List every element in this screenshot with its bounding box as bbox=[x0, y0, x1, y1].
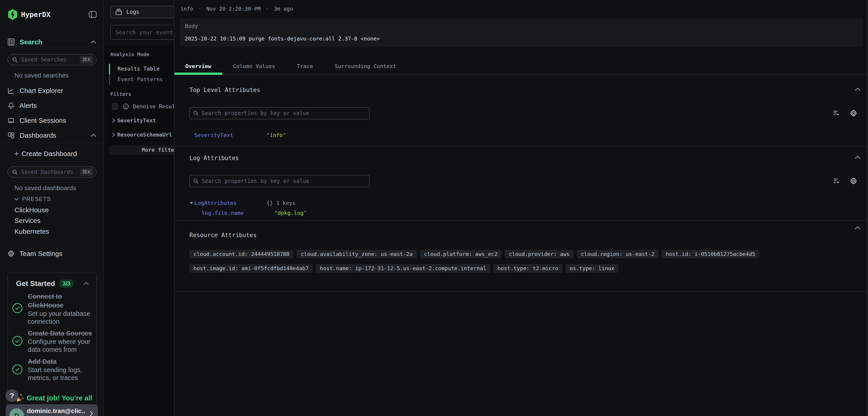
source-select-label: Logs bbox=[126, 9, 140, 15]
section-title: Resource Attributes bbox=[189, 232, 256, 239]
chevron-down-icon bbox=[14, 198, 19, 201]
section-title: Log Attributes bbox=[189, 155, 239, 161]
presets-toggle[interactable]: PRESETS bbox=[14, 196, 51, 202]
resource-attribute-chip[interactable]: host.image.id: ami-0f5fcdfbd140e4ab7 bbox=[189, 264, 313, 273]
preset-item-clickhouse[interactable]: ClickHouse bbox=[14, 206, 49, 214]
logo-row: HyperDX bbox=[7, 9, 96, 20]
tab-overview[interactable]: Overview bbox=[175, 61, 222, 75]
attribute-value: "info" bbox=[267, 132, 286, 138]
search-icon bbox=[193, 178, 199, 184]
filters-label: Filters bbox=[110, 91, 131, 97]
resource-attribute-chip[interactable]: cloud.provider: aws bbox=[505, 250, 574, 259]
sidebar-item-alerts[interactable]: Alerts bbox=[7, 99, 96, 112]
dashboards-chevron-up-icon[interactable] bbox=[90, 133, 96, 137]
tab-surrounding-context[interactable]: Surrounding Context bbox=[324, 61, 407, 75]
divider bbox=[0, 47, 104, 47]
search-section-icon bbox=[7, 38, 15, 46]
denoise-checkbox[interactable] bbox=[112, 103, 118, 110]
scrollbar[interactable] bbox=[867, 0, 868, 416]
resource-attribute-chip[interactable]: host.id: i-0510b81275acbe4d5 bbox=[662, 250, 759, 259]
search-icon bbox=[193, 110, 199, 116]
chevron-right-icon bbox=[112, 118, 115, 123]
event-detail-drawer: info · Nov 20 2:20:30 PM · 3m ago Body 2… bbox=[174, 0, 868, 416]
mode-results-table[interactable]: Results Table bbox=[118, 65, 160, 72]
event-meta: info · Nov 20 2:20:30 PM · 3m ago bbox=[180, 5, 293, 12]
body-text: 2025-10-22 10:15:09 purge fonts-dejavu-c… bbox=[185, 35, 380, 42]
sidebar-item-client-sessions[interactable]: Client Sessions bbox=[7, 114, 96, 127]
chevron-right-icon bbox=[89, 410, 93, 416]
detail-tabs: Overview Column Values Trace Surrounding… bbox=[175, 61, 868, 75]
event-body-card: Body 2025-10-22 10:15:09 purge fonts-dej… bbox=[180, 18, 863, 47]
get-started-progress-badge: 3/3 bbox=[59, 279, 74, 288]
resource-attribute-chip[interactable]: host.name: ip-172-31-12-5.us-east-2.comp… bbox=[316, 264, 490, 273]
preset-item-kubernetes[interactable]: Kubernetes bbox=[14, 228, 49, 235]
chevron-right-icon bbox=[112, 132, 115, 138]
resource-attribute-chip[interactable]: cloud.region: us-east-2 bbox=[577, 250, 658, 259]
resource-attribute-chip[interactable]: cloud.account.id: 244449518788 bbox=[189, 250, 293, 259]
sidebar-collapse-icon[interactable] bbox=[89, 11, 96, 18]
property-search-input[interactable]: Search properties by key or value bbox=[189, 107, 370, 119]
attribute-row[interactable]: SeverityText "info" bbox=[194, 132, 286, 139]
get-started-step[interactable]: Add Data Start sending logs,metrics, or … bbox=[28, 357, 93, 382]
search-icon bbox=[12, 57, 18, 63]
attribute-meta: {} 1 keys bbox=[267, 200, 296, 206]
section-toolbar bbox=[833, 109, 858, 117]
section-title: Top Level Attributes bbox=[189, 87, 260, 93]
body-label: Body bbox=[185, 23, 198, 29]
sidebar-item-search[interactable]: Search bbox=[7, 37, 96, 47]
collapse-section-chevron-up-icon[interactable] bbox=[855, 226, 861, 230]
denoise-results-filter[interactable]: Denoise Results bbox=[112, 103, 182, 110]
tab-column-values[interactable]: Column Values bbox=[222, 61, 286, 75]
mode-event-patterns[interactable]: Event Patterns bbox=[118, 76, 163, 83]
sidebar-item-label: Client Sessions bbox=[20, 117, 66, 124]
collapse-section-chevron-up-icon[interactable] bbox=[855, 88, 861, 91]
app-title: HyperDX bbox=[21, 10, 51, 19]
search-section-chevron-up-icon[interactable] bbox=[90, 40, 96, 44]
sidebar-item-chart-explorer[interactable]: Chart Explorer bbox=[7, 84, 96, 97]
analysis-mode-label: Analysis Mode bbox=[110, 52, 149, 57]
filter-group-severitytext[interactable]: SeverityText bbox=[112, 117, 156, 124]
filter-lines-icon[interactable] bbox=[833, 177, 840, 185]
attribute-tree-root[interactable]: LogAttributes {} 1 keys bbox=[194, 200, 296, 206]
sidebar-item-dashboards-label: Dashboards bbox=[20, 131, 56, 139]
logs-source-icon bbox=[115, 8, 123, 16]
get-started-chevron-up-icon[interactable] bbox=[83, 282, 89, 285]
user-email: dominic.tran@clickho... bbox=[27, 415, 86, 416]
event-timestamp: Nov 20 2:20:30 PM bbox=[206, 6, 261, 12]
saved-searches-input[interactable]: Saved Searches ⌘K bbox=[7, 54, 96, 65]
attribute-row[interactable]: log.file.name "dpkg.log" bbox=[202, 210, 307, 216]
section-settings-gear-icon[interactable] bbox=[849, 109, 858, 117]
dashboards-icon bbox=[7, 132, 15, 139]
property-search-input[interactable]: Search properties by key or value bbox=[189, 175, 370, 187]
resource-attribute-chip[interactable]: os.type: linux bbox=[565, 264, 618, 273]
preset-item-services[interactable]: Services bbox=[14, 217, 40, 225]
resource-attribute-chip[interactable]: host.type: t2.micro bbox=[493, 264, 562, 273]
great-job-message: Great job! You're all bbox=[16, 394, 92, 403]
sidebar-item-team-settings[interactable]: Team Settings bbox=[7, 247, 96, 260]
tab-trace[interactable]: Trace bbox=[286, 61, 324, 75]
collapse-section-chevron-up-icon[interactable] bbox=[855, 155, 861, 159]
plus-icon bbox=[13, 151, 20, 157]
user-profile-card[interactable]: D dominic.tran@clic... dominic.tran@clic… bbox=[6, 404, 98, 416]
resource-attributes-section: Resource Attributes cloud.account.id: 24… bbox=[175, 221, 868, 292]
section-settings-gear-icon[interactable] bbox=[849, 177, 858, 185]
get-started-step[interactable]: Create Data Sources Configure where your… bbox=[28, 329, 93, 354]
help-button[interactable]: ? bbox=[6, 389, 18, 402]
filter-group-resourceschemaurl[interactable]: ResourceSchemaUrl bbox=[112, 131, 172, 138]
caret-down-icon bbox=[190, 202, 193, 204]
check-circle-icon bbox=[12, 336, 22, 346]
sidebar-item-label: Alerts bbox=[20, 102, 37, 110]
alerts-bell-icon bbox=[7, 102, 15, 109]
get-started-step[interactable]: Connect toClickHouse Set up your databas… bbox=[28, 292, 93, 326]
create-dashboard-button[interactable]: Create Dashboard bbox=[13, 147, 103, 160]
sidebar-item-dashboards[interactable]: Dashboards bbox=[7, 130, 96, 140]
question-mark-icon: ? bbox=[10, 392, 14, 400]
filter-lines-icon[interactable] bbox=[833, 110, 840, 117]
presets-label: PRESETS bbox=[22, 196, 51, 202]
saved-dashboards-input[interactable]: Saved Dashboards ⌘K bbox=[7, 167, 96, 178]
attribute-key: SeverityText bbox=[194, 132, 267, 138]
resource-attribute-chip[interactable]: cloud.availability_zone: us-east-2a bbox=[297, 250, 416, 259]
log-attributes-section: Log Attributes Search properties by key … bbox=[175, 147, 868, 221]
resource-attribute-chip[interactable]: cloud.platform: aws_ec2 bbox=[420, 250, 502, 259]
search-panel: Logs Search your event Analysis Mode Res… bbox=[105, 0, 174, 416]
